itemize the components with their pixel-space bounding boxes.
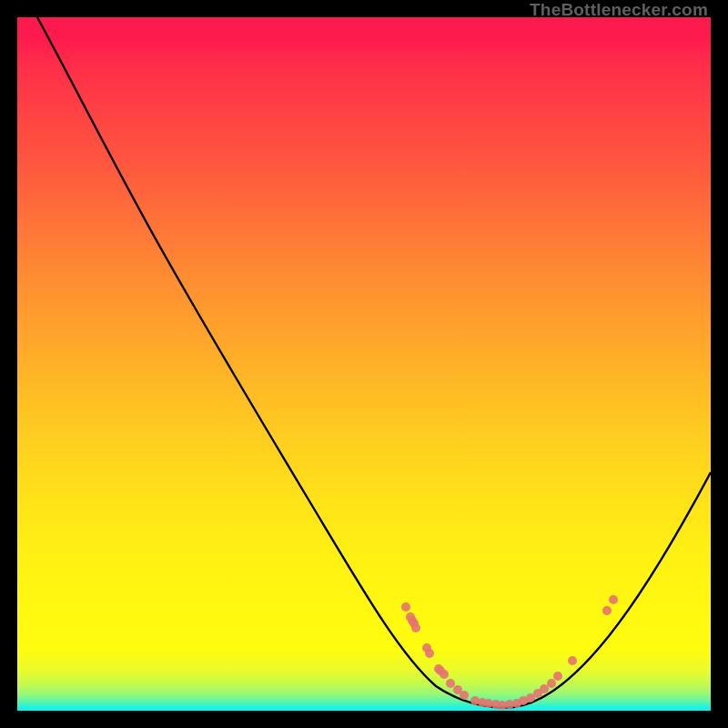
data-point	[602, 606, 612, 615]
highlight-points-group	[401, 595, 618, 710]
chart-plot-area	[17, 17, 711, 711]
data-point	[568, 656, 577, 665]
data-point	[540, 684, 549, 693]
data-point	[446, 679, 455, 688]
bottleneck-curve-line	[37, 17, 711, 707]
data-point	[553, 672, 562, 681]
data-point	[401, 602, 410, 612]
data-point	[425, 649, 434, 658]
chart-svg	[17, 17, 711, 711]
attribution-label: TheBottlenecker.com	[530, 0, 708, 20]
data-point	[440, 670, 449, 679]
data-point	[460, 691, 469, 700]
data-point	[547, 679, 556, 688]
data-point	[609, 595, 618, 604]
data-point	[411, 623, 420, 632]
